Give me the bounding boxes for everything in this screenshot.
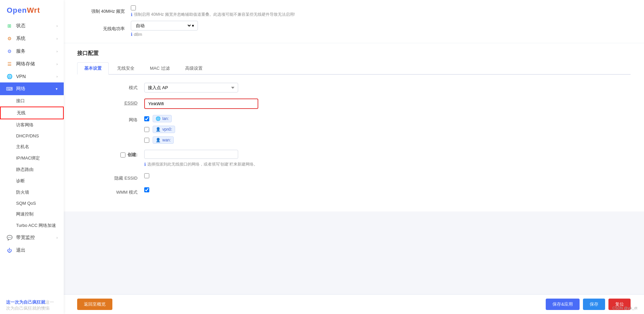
- sidebar-item-turbo-acc[interactable]: Turbo ACC 网络加速: [0, 220, 64, 231]
- sidebar-item-network-control[interactable]: 网速控制: [0, 208, 64, 220]
- network-lan-checkbox[interactable]: [144, 116, 149, 121]
- sidebar-item-system-label: 系统: [16, 36, 25, 42]
- network-label: 网络: [77, 115, 144, 123]
- status-icon: ⊞: [6, 23, 13, 28]
- create-input-area: ℹ 选择指派到此无线接口的网络，或者填写'创建'栏来新建网络。: [144, 150, 352, 167]
- hide-essid-checkbox[interactable]: [144, 173, 149, 178]
- vpn0-label: vpn0:: [162, 127, 172, 132]
- essid-label: ESSID: [77, 99, 144, 106]
- force-40mhz-hint: ℹ 强制启用 40MHz 频宽并忽略辅助值道重叠。此选项可能不兼容某些无线硬件导…: [131, 12, 295, 17]
- sidebar-footer: 这一次为自己疯狂就这一次为自己疯狂就的懊恼: [0, 297, 64, 314]
- create-label: 创建:: [127, 152, 138, 158]
- force-40mhz-checkbox[interactable]: [131, 5, 136, 10]
- wan-icon: 👤: [156, 138, 161, 142]
- sidebar-item-service[interactable]: ⚙ 服务 ›: [0, 45, 64, 58]
- save-apply-button[interactable]: 保存&应用: [546, 299, 580, 310]
- wmm-label: WMM 模式: [77, 187, 144, 195]
- interface-config-section: 接口配置 基本设置 无线安全 MAC 过滤 高级设置 模式: [64, 43, 644, 211]
- create-input[interactable]: [144, 150, 238, 159]
- network-storage-arrow: ›: [56, 62, 58, 66]
- sidebar-item-system[interactable]: ⚙ 系统 ›: [0, 32, 64, 45]
- wmm-row: WMM 模式: [77, 187, 631, 195]
- network-wan-checkbox[interactable]: [144, 138, 149, 143]
- status-arrow: ›: [56, 24, 58, 28]
- system-icon: ⚙: [6, 36, 13, 41]
- sidebar-item-hostname[interactable]: 主机名: [0, 141, 64, 152]
- sidebar-item-status[interactable]: ⊞ 状态 ›: [0, 19, 64, 32]
- vpn-icon: 🌐: [6, 74, 13, 79]
- mode-input-area: 接入点 AP 客户端 伪AP 监控: [144, 83, 352, 92]
- hint-icon: ℹ: [131, 12, 132, 17]
- power-unit: dBm: [134, 32, 142, 37]
- sidebar-item-logout[interactable]: ⏻ 退出: [0, 244, 64, 257]
- hide-essid-row: 隐藏 ESSID: [77, 173, 631, 181]
- power-row: 无线电功率 自动 低 中 高 ▾ ℹ dBm: [77, 21, 631, 37]
- network-list: 🌐 lan: 👤 vpn0:: [144, 115, 352, 144]
- create-checkbox[interactable]: [120, 152, 125, 158]
- power-select-wrapper[interactable]: 自动 低 中 高 ▾: [131, 21, 198, 30]
- network-input-area: 🌐 lan: 👤 vpn0:: [144, 115, 352, 144]
- lan-icon: 🌐: [156, 116, 161, 121]
- vpn-arrow: ›: [56, 74, 58, 78]
- tab-advanced[interactable]: 高级设置: [178, 62, 210, 74]
- sidebar-item-vpn[interactable]: 🌐 VPN ›: [0, 70, 64, 82]
- network-arrow: ▾: [56, 87, 58, 91]
- wmm-checkbox[interactable]: [144, 187, 149, 192]
- power-hint-icon: ℹ: [131, 32, 132, 37]
- content-area: 强制 40MHz 频宽 ℹ 强制启用 40MHz 频宽并忽略辅助值道重叠。此选项…: [64, 0, 644, 294]
- bandwidth-icon: 💬: [6, 235, 13, 240]
- network-hint: ℹ 选择指派到此无线接口的网络，或者填写'创建'栏来新建网络。: [144, 162, 352, 167]
- watermark: CSDN @yjk_dt: [612, 306, 637, 310]
- tab-wireless-security[interactable]: 无线安全: [110, 62, 142, 74]
- network-vpn0-badge: 👤 vpn0:: [153, 126, 175, 133]
- back-to-overview-button[interactable]: 返回至概览: [77, 299, 112, 310]
- sidebar-item-static-route[interactable]: 静态路由: [0, 164, 64, 175]
- bottom-bar: 返回至概览 保存&应用 保存 复位: [64, 294, 644, 314]
- sidebar-item-wireless[interactable]: 无线: [0, 107, 64, 119]
- sidebar-item-sqm-qos[interactable]: SQM QoS: [0, 198, 64, 208]
- sidebar-item-interface[interactable]: 接口: [0, 95, 64, 107]
- force-40mhz-control: ℹ 强制启用 40MHz 频宽并忽略辅助值道重叠。此选项可能不兼容某些无线硬件导…: [131, 5, 295, 17]
- essid-input-area: [144, 99, 352, 109]
- tabs-bar: 基本设置 无线安全 MAC 过滤 高级设置: [77, 62, 631, 75]
- sidebar-item-network-storage[interactable]: ☰ 网络存储 ›: [0, 58, 64, 70]
- sidebar-item-vpn-label: VPN: [16, 74, 26, 79]
- sidebar-item-dhcp-dns[interactable]: DHCP/DNS: [0, 131, 64, 141]
- power-select-arrow: ▾: [192, 23, 194, 28]
- sidebar-item-bandwidth-label: 带宽监控: [16, 235, 35, 241]
- sidebar-item-ip-mac-bind[interactable]: IP/MAC绑定: [0, 152, 64, 164]
- wan-label: wan:: [162, 138, 171, 142]
- network-wan-badge: 👤 wan:: [153, 136, 174, 144]
- sidebar-item-firewall[interactable]: 防火墙: [0, 187, 64, 198]
- sidebar-item-bandwidth-monitor[interactable]: 💬 带宽监控 ›: [0, 231, 64, 244]
- power-select[interactable]: 自动 低 中 高: [135, 23, 192, 28]
- network-icon: ⌨: [6, 86, 13, 91]
- lan-label: lan:: [162, 116, 169, 121]
- network-lan-badge: 🌐 lan:: [153, 115, 172, 122]
- sidebar-item-service-label: 服务: [16, 48, 25, 54]
- network-item-lan: 🌐 lan:: [144, 115, 352, 122]
- service-icon: ⚙: [6, 49, 13, 54]
- tab-basic[interactable]: 基本设置: [77, 62, 109, 75]
- sidebar-item-guest-network[interactable]: 访客网络: [0, 119, 64, 131]
- network-hint-icon: ℹ: [144, 162, 146, 167]
- network-item-vpn0: 👤 vpn0:: [144, 126, 352, 133]
- sidebar: OpenWrt ⊞ 状态 › ⚙ 系统 › ⚙ 服务 › ☰ 网络存储 › 🌐: [0, 0, 64, 314]
- sidebar-item-diagnosis[interactable]: 诊断: [0, 175, 64, 187]
- wmm-checkbox-row: [144, 187, 352, 192]
- force-40mhz-row: 强制 40MHz 频宽 ℹ 强制启用 40MHz 频宽并忽略辅助值道重叠。此选项…: [77, 5, 631, 17]
- mode-label: 模式: [77, 83, 144, 91]
- create-row: 创建: ℹ 选择指派到此无线接口的网络，或者填写'创建'栏来新建网络。: [77, 150, 631, 167]
- logo-wrt: Wrt: [27, 6, 40, 14]
- mode-select[interactable]: 接入点 AP 客户端 伪AP 监控: [144, 83, 238, 92]
- sidebar-nav: ⊞ 状态 › ⚙ 系统 › ⚙ 服务 › ☰ 网络存储 › 🌐 VPN ›: [0, 19, 64, 297]
- tab-mac-filter[interactable]: MAC 过滤: [143, 62, 177, 74]
- bandwidth-arrow: ›: [56, 236, 58, 240]
- sidebar-item-network[interactable]: ⌨ 网络 ▾: [0, 82, 64, 95]
- create-field-area: 创建:: [77, 150, 144, 158]
- mode-select-wrapper: 接入点 AP 客户端 伪AP 监控: [144, 83, 352, 92]
- network-vpn0-checkbox[interactable]: [144, 127, 149, 132]
- save-button[interactable]: 保存: [583, 299, 605, 310]
- sidebar-logo: OpenWrt: [0, 0, 64, 19]
- essid-input[interactable]: [144, 99, 258, 109]
